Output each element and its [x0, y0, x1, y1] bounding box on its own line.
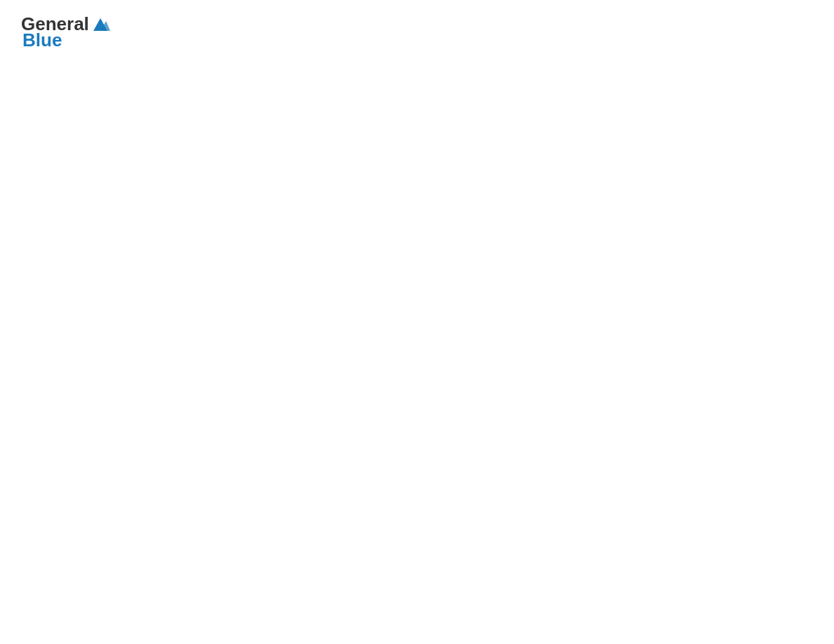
logo-icon: [91, 14, 110, 34]
logo-blue-text: Blue: [22, 29, 62, 51]
logo: General Blue: [21, 14, 110, 51]
page-header: General Blue: [21, 14, 813, 51]
